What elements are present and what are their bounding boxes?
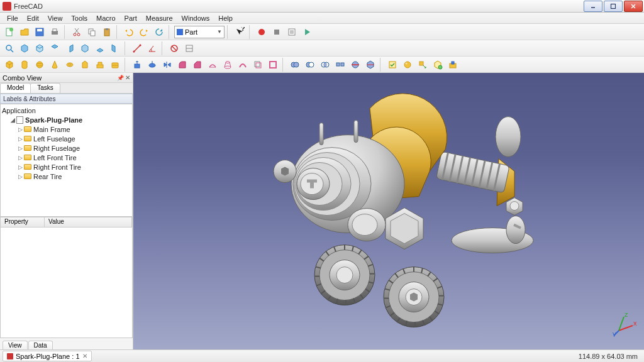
torus-primitive-icon[interactable] <box>63 58 77 72</box>
tree-item-rear-tire[interactable]: Rear Tire <box>33 173 62 180</box>
macro-stop-icon[interactable] <box>270 25 284 39</box>
document-tab-close-icon[interactable]: ✕ <box>82 353 87 359</box>
mirror-icon[interactable] <box>160 58 174 72</box>
open-icon[interactable] <box>18 25 31 39</box>
view-left-icon[interactable] <box>108 41 122 55</box>
shape-builder-icon[interactable] <box>108 58 122 72</box>
sphere-primitive-icon[interactable] <box>33 58 47 72</box>
tree-item-left-fuselage[interactable]: Left Fuselage <box>33 135 75 143</box>
tree-application-label: Application <box>2 107 36 114</box>
col-property[interactable]: Property <box>1 217 45 227</box>
tree-collapse-icon[interactable]: ▷ <box>17 164 24 170</box>
minimize-button[interactable] <box>584 1 602 12</box>
boolean-cut-icon[interactable] <box>303 58 317 72</box>
tab-model[interactable]: Model <box>0 83 31 93</box>
undo-icon[interactable] <box>122 25 136 39</box>
view-top-icon[interactable] <box>48 41 62 55</box>
menu-part[interactable]: Part <box>120 14 142 23</box>
cylinder-primitive-icon[interactable] <box>18 58 31 72</box>
paste-icon[interactable] <box>100 25 114 39</box>
boolean-union-icon[interactable] <box>288 58 302 72</box>
combo-view-panel: Combo View 📌 ✕ Model Tasks Labels & Attr… <box>0 73 133 349</box>
3d-viewport[interactable]: x z y <box>133 73 644 349</box>
tree-collapse-icon[interactable]: ▷ <box>17 136 24 142</box>
sweep-icon[interactable] <box>236 58 250 72</box>
print-icon[interactable] <box>48 25 62 39</box>
model-tree[interactable]: Application ◢ Spark-Plug-Plane ▷ Main Fr… <box>0 104 133 217</box>
offset-icon[interactable] <box>251 58 265 72</box>
menu-macro[interactable]: Macro <box>92 14 120 23</box>
prism-primitive-icon[interactable] <box>78 58 92 72</box>
cone-primitive-icon[interactable] <box>48 58 62 72</box>
tree-item-right-front-tire[interactable]: Right Front Tire <box>33 163 81 171</box>
view-bottom-icon[interactable] <box>93 41 107 55</box>
document-tab[interactable]: Spark-Plug-Plane : 1 ✕ <box>3 351 92 361</box>
refresh-icon[interactable] <box>152 25 166 39</box>
macro-record-icon[interactable] <box>255 25 269 39</box>
boolean-common-icon[interactable] <box>318 58 332 72</box>
tab-tasks[interactable]: Tasks <box>30 83 60 93</box>
tree-collapse-icon[interactable]: ▷ <box>17 145 24 151</box>
revolve-icon[interactable] <box>145 58 159 72</box>
thickness-icon[interactable] <box>266 58 280 72</box>
view-iso-icon[interactable] <box>18 41 31 55</box>
tree-item-main-frame[interactable]: Main Frame <box>33 126 70 133</box>
menu-measure[interactable]: Measure <box>142 14 177 23</box>
cut-icon[interactable] <box>70 25 84 39</box>
whats-this-icon[interactable]: ? <box>233 25 247 39</box>
menu-view[interactable]: View <box>43 14 67 23</box>
chamfer-icon[interactable] <box>191 58 204 72</box>
menu-windows[interactable]: Windows <box>177 14 214 23</box>
labels-attributes-header[interactable]: Labels & Attributes <box>0 94 133 104</box>
compound-icon[interactable] <box>333 58 347 72</box>
menu-help[interactable]: Help <box>214 14 237 23</box>
close-button[interactable] <box>624 1 643 12</box>
extrude-icon[interactable] <box>130 58 144 72</box>
tree-collapse-icon[interactable]: ▷ <box>17 126 24 133</box>
view-right-icon[interactable] <box>63 41 77 55</box>
menu-file[interactable]: File <box>3 14 23 23</box>
copy-icon[interactable] <box>85 25 99 39</box>
cube-primitive-icon[interactable] <box>3 58 16 72</box>
refine-icon[interactable] <box>431 58 445 72</box>
tree-item-left-front-tire[interactable]: Left Front Tire <box>33 154 76 162</box>
check-geometry-icon[interactable] <box>386 58 399 72</box>
fillet-icon[interactable] <box>175 58 189 72</box>
tab-data[interactable]: Data <box>28 341 53 349</box>
measure-linear-icon[interactable] <box>130 41 144 55</box>
tree-item-right-fuselage[interactable]: Right Fuselage <box>33 145 80 152</box>
workbench-selector[interactable]: Part ▼ <box>174 26 225 38</box>
menu-tools[interactable]: Tools <box>67 14 92 23</box>
ruled-surface-icon[interactable] <box>206 58 219 72</box>
attachment-icon[interactable] <box>446 58 460 72</box>
new-document-icon[interactable] <box>3 25 16 39</box>
macro-run-icon[interactable] <box>300 25 314 39</box>
col-value[interactable]: Value <box>45 217 132 227</box>
loft-icon[interactable] <box>221 58 235 72</box>
convert-icon[interactable] <box>416 58 430 72</box>
folder-icon <box>24 164 31 170</box>
fit-all-icon[interactable] <box>3 41 16 55</box>
menu-edit[interactable]: Edit <box>23 14 43 23</box>
tab-view[interactable]: View <box>3 341 28 349</box>
section-icon[interactable] <box>348 58 362 72</box>
tree-collapse-icon[interactable]: ▷ <box>17 173 24 180</box>
svg-point-52 <box>294 62 299 67</box>
save-icon[interactable] <box>33 25 47 39</box>
measure-angular-icon[interactable] <box>145 41 159 55</box>
cross-section-icon[interactable] <box>364 58 377 72</box>
panel-close-icon[interactable]: ✕ <box>125 74 130 81</box>
view-rear-icon[interactable] <box>78 41 92 55</box>
view-front-icon[interactable] <box>33 41 47 55</box>
clear-measure-icon[interactable] <box>167 41 181 55</box>
more-primitives-icon[interactable] <box>93 58 107 72</box>
pin-icon[interactable]: 📌 <box>117 75 124 81</box>
appearance-icon[interactable] <box>401 58 414 72</box>
maximize-button[interactable] <box>604 1 623 12</box>
toggle-all-icon[interactable] <box>182 41 196 55</box>
tree-expand-icon[interactable]: ◢ <box>9 117 16 123</box>
redo-icon[interactable] <box>137 25 151 39</box>
tree-document-label[interactable]: Spark-Plug-Plane <box>25 116 82 124</box>
tree-collapse-icon[interactable]: ▷ <box>17 155 24 161</box>
macro-list-icon[interactable] <box>285 25 299 39</box>
